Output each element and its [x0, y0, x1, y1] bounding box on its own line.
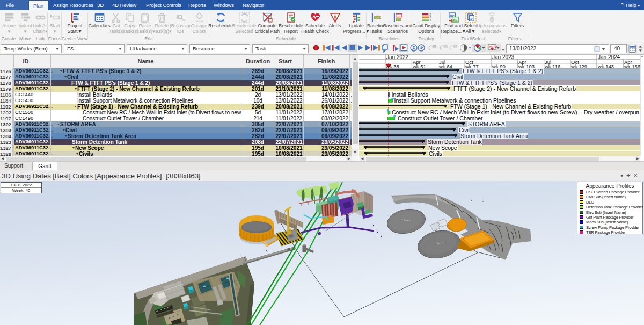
svg-text:AUTO: AUTO	[489, 45, 497, 48]
svg-text:1: 1	[429, 19, 431, 22]
svg-text:ac: ac	[453, 17, 458, 22]
svg-text:↻: ↻	[181, 18, 185, 23]
